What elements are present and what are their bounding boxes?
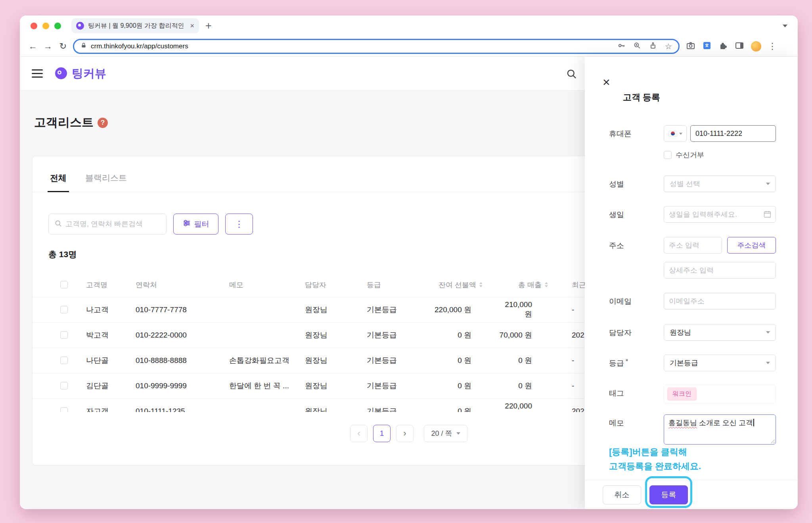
app-logo-text: 팅커뷰 (72, 66, 106, 82)
url-text[interactable]: crm.thinkofyou.kr/app/customers (91, 42, 188, 50)
gender-select[interactable]: 성별 선택 (664, 176, 776, 192)
site-security-lock-icon[interactable] (80, 42, 87, 51)
row-checkbox[interactable] (60, 382, 68, 389)
more-actions-button[interactable]: ⋮ (225, 214, 253, 235)
page-size-select[interactable]: 20 / 쪽 (424, 425, 467, 442)
column-sales[interactable]: 총 매출 (499, 280, 572, 290)
cell-grade: 기본등급 (367, 330, 432, 340)
cell-manager: 원장님 (305, 406, 367, 412)
optout-checkbox[interactable] (664, 151, 672, 159)
sort-icon[interactable] (545, 281, 548, 289)
bookmark-star-icon[interactable]: ☆ (665, 42, 672, 50)
help-badge[interactable]: ? (98, 118, 108, 128)
grade-select[interactable]: 기본등급 (664, 355, 776, 371)
side-panel-icon[interactable] (735, 41, 744, 52)
profile-avatar[interactable] (751, 41, 761, 52)
tab-close-icon[interactable]: × (190, 22, 194, 29)
drawer-close-icon[interactable]: × (603, 76, 610, 88)
address-search-button[interactable]: 주소검색 (727, 237, 776, 254)
browser-tab[interactable]: 팅커뷰 | 월 9,900원 가장 합리적인 × (71, 18, 199, 33)
window-minimize-button[interactable] (42, 23, 49, 29)
tab-blacklist[interactable]: 블랙리스트 (85, 172, 127, 192)
prev-page-button[interactable]: ‹ (350, 425, 368, 442)
sort-icon[interactable] (479, 281, 483, 289)
birthday-input[interactable] (664, 206, 776, 223)
chevron-down-icon (456, 432, 460, 437)
tag-field[interactable]: 워크인 (664, 385, 776, 403)
column-manager: 담당자 (305, 280, 367, 290)
cancel-button[interactable]: 취소 (603, 485, 641, 504)
window-zoom-button[interactable] (54, 23, 61, 29)
cell-manager: 원장님 (305, 355, 367, 366)
cell-prepaid: 0 원 (432, 406, 499, 412)
email-label: 이메일 (609, 293, 664, 309)
share-icon[interactable] (649, 42, 657, 51)
hamburger-menu-button[interactable] (32, 69, 43, 78)
address-row: 주소 주소검색 (609, 237, 776, 254)
email-row: 이메일 (609, 293, 776, 309)
birthday-row: 생일 (609, 206, 776, 223)
filter-button[interactable]: 필터 (173, 214, 218, 235)
next-page-button[interactable]: › (396, 425, 414, 442)
row-checkbox[interactable] (60, 306, 68, 313)
browser-window: 팅커뷰 | 월 9,900원 가장 합리적인 × + ← → ↻ crm.thi… (20, 15, 798, 509)
memo-textarea[interactable]: 홍길동님 소개로 오신 고객 (664, 414, 776, 445)
register-button[interactable]: 등록 (649, 485, 688, 504)
tutorial-annotation: [등록]버튼을 클릭해 고객등록을 완료하세요. (609, 445, 701, 473)
column-prepaid[interactable]: 잔여 선불액 (432, 280, 499, 290)
header-checkbox-cell (33, 281, 86, 288)
memo-label: 메모 (609, 414, 664, 445)
quick-search-box[interactable] (48, 214, 167, 235)
address-input[interactable] (664, 237, 722, 254)
email-input[interactable] (664, 293, 776, 309)
phone-input[interactable] (690, 125, 776, 142)
optout-label: 수신거부 (676, 150, 704, 160)
row-checkbox[interactable] (60, 407, 68, 412)
tag-pill[interactable]: 워크인 (667, 387, 697, 401)
cell-name: 박고객 (86, 330, 136, 340)
address-label: 주소 (609, 237, 664, 254)
country-code-select[interactable] (664, 125, 687, 142)
annotation-line-2: 고객등록을 완료하세요. (609, 459, 701, 473)
calendar-icon[interactable] (763, 210, 772, 220)
app-search-button[interactable] (566, 69, 577, 81)
reload-button[interactable]: ↻ (56, 39, 71, 54)
window-close-button[interactable] (31, 23, 37, 29)
tab-search-chevron-icon[interactable] (783, 25, 787, 30)
new-tab-button[interactable]: + (205, 21, 212, 31)
chevron-down-icon (766, 362, 770, 366)
text-cursor (753, 419, 754, 426)
browser-menu-icon[interactable]: ⋮ (768, 42, 777, 51)
phone-row: 휴대폰 (609, 125, 776, 142)
select-all-checkbox[interactable] (60, 281, 68, 288)
cell-manager: 원장님 (305, 381, 367, 391)
address-bar[interactable]: crm.thinkofyou.kr/app/customers ☆ (73, 39, 680, 54)
cell-phone: 010-1111-1235 (136, 407, 229, 412)
password-key-icon[interactable] (617, 42, 625, 51)
cell-phone: 010-8888-8888 (136, 356, 229, 365)
manager-select[interactable]: 원장님 (664, 324, 776, 341)
list-controls: 필터 ⋮ (48, 214, 253, 235)
row-checkbox[interactable] (60, 331, 68, 339)
forward-button[interactable]: → (40, 39, 56, 54)
cell-name: 김단골 (86, 381, 136, 391)
current-page-button[interactable]: 1 (373, 425, 391, 442)
column-name: 고객명 (86, 280, 136, 290)
translate-icon[interactable] (702, 41, 712, 52)
address-detail-input[interactable] (664, 262, 776, 279)
manager-label: 담당자 (609, 324, 664, 341)
extensions-puzzle-icon[interactable] (718, 41, 728, 52)
cell-phone: 010-9999-9999 (136, 382, 229, 390)
zoom-icon[interactable] (633, 42, 641, 51)
row-checkbox[interactable] (60, 357, 68, 364)
logo-mark-icon (54, 67, 68, 81)
page-title-row: 고객리스트 ? (34, 115, 108, 131)
tab-all[interactable]: 전체 (50, 172, 67, 192)
annotation-line-1: [등록]버튼을 클릭해 (609, 445, 701, 459)
cell-prepaid: 220,000 원 (432, 305, 499, 315)
cell-grade: 기본등급 (367, 406, 432, 412)
camera-icon[interactable] (686, 41, 695, 52)
quick-search-input[interactable] (65, 220, 161, 228)
app-logo[interactable]: 팅커뷰 (54, 66, 106, 82)
back-button[interactable]: ← (25, 39, 40, 54)
